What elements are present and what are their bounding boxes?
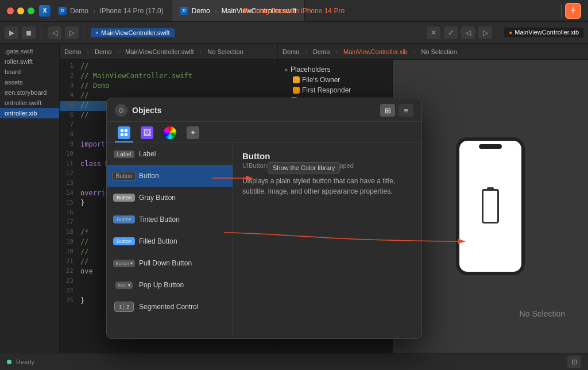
toolbar-run[interactable]: ▶ <box>5 26 18 39</box>
colors-tab-icon <box>164 126 176 139</box>
obj-popup-button-name: Pop Up Button <box>139 281 184 289</box>
symbols-tab-icon: ✦ <box>187 126 199 139</box>
objects-tab-icon <box>118 126 130 139</box>
traffic-lights <box>7 7 34 14</box>
svg-rect-2 <box>121 133 123 136</box>
detail-description: Displays a plain styled button that can … <box>242 176 412 196</box>
toolbar-stop[interactable]: ◼ <box>22 26 36 39</box>
first-responder-icon <box>293 87 300 94</box>
obj-item-pulldown-button[interactable]: Button▾ Pull Down Button <box>107 252 233 274</box>
objects-view-toggle: ⊞ ≡ <box>380 104 413 117</box>
objects-tabs: 🖼 ✦ Show the Color library <box>107 122 421 143</box>
toolbar-expand-ib[interactable]: ⤢ <box>444 26 458 39</box>
toolbar-close-ib[interactable]: ✕ <box>427 26 440 39</box>
objects-body: Label Label Button Button Button Gray Bu… <box>107 143 421 338</box>
outline-placeholders-label: Placeholders <box>291 65 330 74</box>
title-bar: X D Demo › iPhone 14 Pro (17.0) D Demo ›… <box>0 0 588 22</box>
obj-item-filled-button[interactable]: Button Filled Button <box>107 230 233 252</box>
toolbar-divider-1 <box>41 27 42 38</box>
code-breadcrumb-file: MainViewController.swift <box>125 48 194 55</box>
xib-file-label: MainViewController.xib <box>514 29 579 36</box>
obj-icon-filled-button: Button <box>115 236 133 247</box>
sidebar-item-assets[interactable]: assets <box>0 77 59 87</box>
outline-placeholders: ▶ Placeholders <box>283 64 388 75</box>
obj-icon-segmented: 12 <box>115 301 133 313</box>
obj-icon-button: Button <box>115 170 133 182</box>
obj-icon-gray-button: Button <box>115 192 133 203</box>
code-breadcrumb-selection: No Selection <box>207 48 243 55</box>
xib-file-tab[interactable]: ● MainViewController.xib <box>504 28 583 37</box>
toolbar-back[interactable]: ◁ <box>48 26 61 39</box>
objects-back-button[interactable]: ⊙ <box>115 104 127 117</box>
toolbar-nav-ib-back[interactable]: ◁ <box>461 26 475 39</box>
sidebar-item-roller[interactable]: roller.swift <box>0 56 59 67</box>
first-responder-label: First Responder <box>302 86 351 94</box>
tab-colors[interactable] <box>161 126 179 142</box>
tab-swift-label: Demo <box>192 7 210 15</box>
toolbar-nav-ib-fwd[interactable]: ▷ <box>478 26 492 39</box>
minimize-button[interactable] <box>17 7 24 14</box>
obj-icon-popup-button: Item▾ <box>115 279 133 291</box>
obj-item-gray-button[interactable]: Button Gray Button <box>107 187 233 209</box>
objects-list-view-btn[interactable]: ≡ <box>399 104 413 117</box>
obj-button-name: Button <box>139 172 159 180</box>
main-toolbar: ▶ ◼ ◁ ▷ ● MainViewController.swift ✕ ⤢ ◁… <box>0 22 588 44</box>
obj-item-segmented[interactable]: 12 Segmented Control <box>107 296 233 318</box>
ib-breadcrumb-selection: No Selection <box>421 48 457 55</box>
iphone-notch <box>479 144 502 149</box>
obj-item-popup-button[interactable]: Item▾ Pop Up Button <box>107 274 233 296</box>
ib-breadcrumb-demo: Demo <box>283 48 299 55</box>
objects-panel: ⊙ Objects ⊞ ≡ 🖼 ✦ Show the Color library <box>106 98 422 339</box>
tab-swift-icon: D <box>180 7 188 15</box>
outline-files-owner[interactable]: File's Owner <box>291 75 388 85</box>
tab-images[interactable]: 🖼 <box>138 126 156 142</box>
status-bar: Ready ⊡ <box>0 353 588 370</box>
objects-grid-view-btn[interactable]: ⊞ <box>380 104 395 117</box>
code-breadcrumb-demo2: Demo <box>95 48 111 55</box>
objects-title-row: ⊙ Objects <box>115 104 161 117</box>
tab-objects[interactable] <box>115 126 133 142</box>
sidebar-item-controller-xib[interactable]: ontroller.xib <box>0 108 59 118</box>
add-button[interactable]: + <box>565 3 581 19</box>
toolbar-divider-3 <box>498 27 498 38</box>
tab-demo-run[interactable]: D Demo › iPhone 14 Pro (17.0) <box>51 0 172 21</box>
ib-breadcrumb-demo2: Demo <box>313 48 330 55</box>
ib-breadcrumb-file: MainViewController.xib <box>343 48 408 55</box>
xcode-icon: X <box>39 5 51 17</box>
outline-first-responder[interactable]: First Responder <box>291 85 388 95</box>
svg-rect-0 <box>121 129 123 132</box>
close-button[interactable] <box>7 7 14 14</box>
obj-icon-pulldown-button: Button▾ <box>115 257 133 269</box>
obj-label-name: Label <box>139 150 156 158</box>
obj-item-button[interactable]: Button Button <box>107 165 233 187</box>
sidebar: .gate.swift roller.swift board assets ee… <box>0 44 60 353</box>
file-tab-swift[interactable]: ● MainViewController.swift <box>91 28 175 37</box>
maximize-button[interactable] <box>28 7 34 14</box>
files-owner-label: File's Owner <box>302 76 340 84</box>
divider <box>561 4 562 18</box>
svg-rect-3 <box>125 133 127 136</box>
code-line-3: 3// Demo <box>60 82 277 91</box>
tab-demo-label: Demo <box>70 7 88 15</box>
status-bar-btn[interactable]: ⊡ <box>567 356 581 368</box>
tab-symbols[interactable]: ✦ <box>184 126 202 142</box>
toolbar-divider-2 <box>84 27 85 38</box>
sidebar-item-gate[interactable]: .gate.swift <box>0 46 59 56</box>
code-breadcrumb-demo: Demo <box>64 48 81 55</box>
code-line-2: 2// MainViewController.swift <box>60 72 277 82</box>
sidebar-item-controller-swift[interactable]: ontroller.swift <box>0 98 59 108</box>
obj-item-label[interactable]: Label Label <box>107 143 233 165</box>
ib-toolbar: Demo › Demo › MainViewController.xib › N… <box>278 44 588 60</box>
sidebar-item-board[interactable]: board <box>0 67 59 77</box>
toolbar-forward[interactable]: ▷ <box>65 26 79 39</box>
obj-tinted-button-name: Tinted Button <box>139 215 180 223</box>
obj-item-tinted-button[interactable]: Button Tinted Button <box>107 209 233 230</box>
iphone-frame <box>456 137 525 275</box>
sidebar-item-storyboard[interactable]: een.storyboard <box>0 87 59 98</box>
obj-pulldown-button-name: Pull Down Button <box>139 259 192 267</box>
tab-device-label: iPhone 14 Pro (17.0) <box>100 7 164 15</box>
status-indicator <box>7 360 11 364</box>
code-line-1: 1// <box>60 62 277 72</box>
obj-segmented-name: Segmented Control <box>139 303 198 311</box>
battery-icon <box>482 189 499 223</box>
